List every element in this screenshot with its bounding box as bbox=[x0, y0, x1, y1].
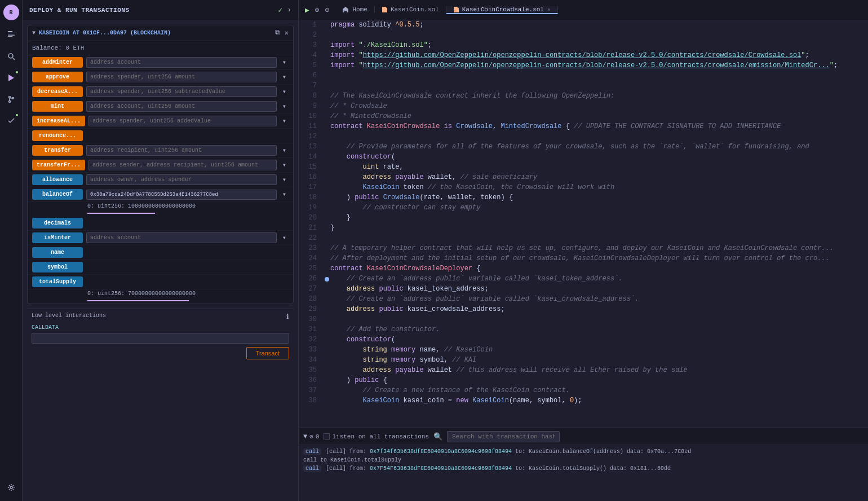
contract-collapse-chevron[interactable]: ▼ bbox=[32, 30, 36, 36]
zoom-out-icon[interactable]: ⊖ bbox=[324, 4, 331, 16]
decreasea-dropdown[interactable]: ▾ bbox=[280, 86, 289, 97]
svg-point-8 bbox=[8, 96, 10, 98]
search-icon[interactable] bbox=[2, 47, 20, 65]
approve-button[interactable]: approve bbox=[32, 72, 83, 82]
code-line-24: 24 // After deployment and the initial s… bbox=[299, 254, 868, 264]
log-tag-3: call bbox=[303, 465, 321, 472]
logo-icon: R bbox=[3, 5, 19, 20]
increaseal-input[interactable] bbox=[88, 116, 277, 126]
balanceof-input[interactable] bbox=[86, 190, 277, 200]
log-tag-1: call bbox=[303, 449, 321, 455]
transferfr-input[interactable] bbox=[88, 160, 277, 170]
calldata-input[interactable] bbox=[32, 333, 289, 344]
deploy-header: DEPLOY & RUN TRANSACTIONS ✓ › bbox=[23, 0, 298, 20]
transfer-dropdown[interactable]: ▾ bbox=[280, 145, 289, 156]
bottom-toolbar-icons: ▼ ⊘ 0 bbox=[303, 433, 319, 441]
code-line-26: 26 // Create an `address public` variabl… bbox=[299, 274, 868, 284]
transferfr-button[interactable]: transferFr... bbox=[32, 160, 85, 170]
fn-row-balanceof: balanceOf ▾ bbox=[28, 187, 293, 202]
settings-icon[interactable] bbox=[2, 478, 20, 496]
transfer-input[interactable] bbox=[86, 145, 277, 156]
listen-label[interactable]: listen on all transactions bbox=[324, 433, 429, 440]
editor-area: ▶ ⊕ ⊖ Home KaseiCoin.sol KaseiCoinCrowds… bbox=[299, 0, 868, 501]
toolbar-icons: ▶ ⊕ ⊖ bbox=[303, 4, 331, 16]
log-entry-3: call [call] from: 0x7F54F638638dF8E60409… bbox=[303, 464, 863, 473]
balanceof-result: 0: uint256: 10000000000000000000 bbox=[28, 202, 293, 212]
addminter-input[interactable] bbox=[86, 57, 277, 68]
decimals-button[interactable]: decimals bbox=[32, 218, 83, 228]
decreasea-button[interactable]: decreaseA... bbox=[32, 86, 83, 97]
mint-input[interactable] bbox=[86, 101, 277, 112]
code-line-21: 21 } bbox=[299, 223, 868, 234]
transact-button[interactable]: Transact bbox=[246, 347, 289, 359]
close-contract-icon[interactable]: ✕ bbox=[285, 29, 289, 37]
play-icon[interactable]: ▶ bbox=[303, 4, 311, 16]
renounce-button[interactable]: renounce... bbox=[32, 130, 83, 141]
svg-rect-3 bbox=[8, 35, 15, 36]
listen-text: listen on all transactions bbox=[332, 433, 429, 440]
files-icon[interactable] bbox=[2, 26, 20, 44]
deploy-icon[interactable] bbox=[2, 69, 20, 87]
totalsupply-result: 0: uint256: 70000000000000000000 bbox=[28, 289, 293, 299]
totalsupply-button[interactable]: totalSupply bbox=[32, 276, 83, 287]
svg-point-5 bbox=[8, 54, 13, 58]
fn-row-approve: approve ▾ bbox=[28, 70, 293, 85]
code-editor[interactable]: 1 pragma solidity ^0.5.5; 2 3 import "./… bbox=[299, 20, 868, 428]
git-icon[interactable] bbox=[2, 90, 20, 108]
fn-row-addminter: addMinter ▾ bbox=[28, 55, 293, 70]
addminter-button[interactable]: addMinter bbox=[32, 57, 83, 68]
next-icon[interactable]: › bbox=[287, 6, 291, 14]
increaseal-dropdown[interactable]: ▾ bbox=[280, 116, 289, 126]
copy-icon[interactable]: ⧉ bbox=[275, 29, 280, 37]
isminter-dropdown[interactable]: ▾ bbox=[280, 232, 289, 243]
transferfr-dropdown[interactable]: ▾ bbox=[280, 160, 289, 170]
low-level-info-icon[interactable]: ℹ bbox=[286, 313, 289, 321]
transfer-button[interactable]: transfer bbox=[32, 145, 83, 156]
tab-home[interactable]: Home bbox=[335, 6, 374, 13]
listen-checkbox[interactable] bbox=[324, 433, 330, 440]
fn-row-transferfr: transferFr... ▾ bbox=[28, 158, 293, 173]
log-entry-1: call [call] from: 0x7f34f63b638df8E60409… bbox=[303, 447, 863, 456]
symbol-button[interactable]: symbol bbox=[32, 262, 83, 273]
allowance-button[interactable]: allowance bbox=[32, 174, 83, 185]
log-search-input[interactable] bbox=[447, 431, 560, 442]
code-line-3: 3 import "./KaseiCoin.sol"; bbox=[299, 41, 868, 51]
name-button[interactable]: name bbox=[32, 247, 83, 258]
low-level-section: Low level interactions ℹ CALLDATA Transa… bbox=[27, 309, 294, 349]
code-line-25: 25 contract KaseiCoinCrowdsaleDeployer { bbox=[299, 264, 868, 274]
isminter-button[interactable]: isMinter bbox=[32, 232, 83, 243]
contract-header-left: ▼ KASEICOIN AT 0X1CF...0DA97 (BLOCKCHAIN… bbox=[32, 30, 171, 36]
svg-line-6 bbox=[12, 58, 15, 60]
svg-rect-1 bbox=[8, 33, 15, 33]
tab-close-icon[interactable]: ✕ bbox=[547, 6, 551, 13]
isminter-input[interactable] bbox=[86, 232, 277, 243]
code-line-32: 32 constructor( bbox=[299, 335, 868, 345]
approve-dropdown[interactable]: ▾ bbox=[280, 72, 289, 82]
addminter-dropdown[interactable]: ▾ bbox=[280, 57, 289, 68]
allowance-input[interactable] bbox=[86, 174, 277, 185]
balanceof-bar bbox=[87, 213, 155, 214]
tab-kaseicrowdsale[interactable]: KaseiCoinCrowdsale.sol ✕ bbox=[446, 6, 558, 14]
search-log-icon[interactable]: 🔍 bbox=[433, 432, 442, 441]
allowance-dropdown[interactable]: ▾ bbox=[280, 174, 289, 185]
mint-button[interactable]: mint bbox=[32, 101, 83, 112]
tab-kaseicoin[interactable]: KaseiCoin.sol bbox=[375, 6, 446, 13]
approve-input[interactable] bbox=[86, 72, 277, 82]
check-icon[interactable] bbox=[2, 112, 20, 130]
sidebar: R bbox=[0, 0, 23, 501]
mint-dropdown[interactable]: ▾ bbox=[280, 101, 289, 112]
deploy-panel: DEPLOY & RUN TRANSACTIONS ✓ › ▼ KASEICOI… bbox=[23, 0, 299, 501]
code-line-11: 11 contract KaseiCoinCrowdsale is Crowds… bbox=[299, 122, 868, 132]
zoom-in-icon[interactable]: ⊕ bbox=[313, 4, 321, 16]
collapse-bottom-icon[interactable]: ▼ bbox=[303, 433, 307, 441]
decreasea-input[interactable] bbox=[86, 86, 277, 97]
bottom-toolbar: ▼ ⊘ 0 listen on all transactions 🔍 bbox=[299, 428, 868, 445]
balance-row: Balance: 0 ETH bbox=[28, 41, 293, 55]
code-line-33: 33 string memory name, // KaseiCoin bbox=[299, 345, 868, 355]
balanceof-button[interactable]: balanceOf bbox=[32, 189, 83, 200]
increaseal-button[interactable]: increaseAL... bbox=[32, 116, 85, 126]
calldata-label: CALLDATA bbox=[32, 324, 289, 331]
stop-icon[interactable]: ⊘ bbox=[309, 433, 313, 440]
fn-row-isminter: isMinter ▾ bbox=[28, 231, 293, 245]
balanceof-dropdown[interactable]: ▾ bbox=[280, 189, 289, 200]
